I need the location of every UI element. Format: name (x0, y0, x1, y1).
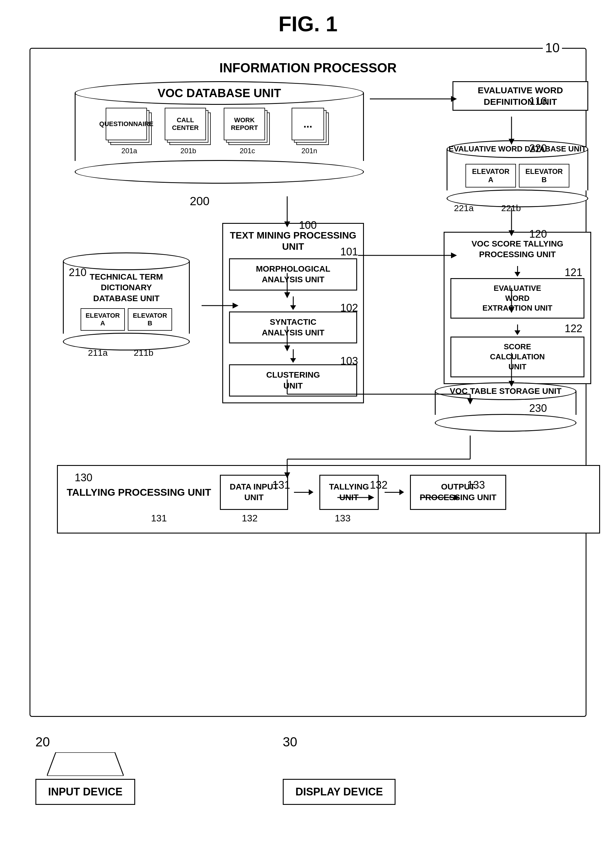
tech-term-db-label: TECHNICAL TERMDICTIONARYDATABASE UNIT (70, 272, 183, 304)
voc-database-unit: VOC DATABASE UNIT QUESTIONNAIRE 201a (74, 81, 364, 183)
tallying-processing-label: TALLYING PROCESSING UNIT (67, 487, 211, 498)
tallying-unit-132-label: 132 (228, 513, 272, 524)
output-processing-unit: OUTPUTPROCESSING UNIT (410, 475, 506, 510)
page: FIG. 1 10 INFORMATION PROCESSOR (0, 0, 616, 858)
clustering-unit: CLUSTERINGUNIT (229, 364, 357, 396)
info-processor-label: INFORMATION PROCESSOR (219, 61, 397, 75)
eval-word-db-unit: EVALUATIVE WORD DATABASE UNIT ELEVATORA … (447, 140, 588, 207)
input-device-num: 20 (36, 735, 50, 749)
input-device-shape (47, 752, 124, 776)
eval-db-elevator-a: ELEVATORA (465, 164, 516, 188)
display-device-label: DISPLAY DEVICE (295, 786, 383, 798)
input-device-box: INPUT DEVICE (36, 779, 135, 805)
display-device-box: DISPLAY DEVICE (283, 779, 396, 805)
doc-call-center-label: 201b (165, 147, 212, 155)
doc-ellipsis: ... 201n (292, 108, 333, 152)
eval-word-def-unit: EVALUATIVE WORD DEFINITION UNIT (453, 81, 588, 111)
voc-score-tallying-unit: VOC SCORE TALLYING PROCESSING UNIT EVALU… (444, 232, 591, 384)
tech-term-elevator-b: ELEVATORB (128, 308, 172, 331)
voc-table-label: VOC TABLE STORAGE UNIT (450, 387, 562, 396)
eval-word-db-label: EVALUATIVE WORD DATABASE UNIT (448, 145, 586, 154)
voc-score-label: VOC SCORE TALLYING PROCESSING UNIT (450, 239, 584, 260)
score-calculation-unit: SCORECALCULATIONUNIT (450, 337, 584, 377)
syntactic-analysis-unit: SYNTACTICANALYSIS UNIT (229, 311, 357, 344)
text-mining-title: TEXT MINING PROCESSING UNIT (229, 230, 357, 252)
doc-questionnaire-label: 201a (106, 147, 153, 155)
eval-db-elevator-b: ELEVATORB (519, 164, 569, 188)
tallying-unit-131-label: 131 (135, 513, 183, 524)
label-10: 10 (543, 40, 562, 55)
doc-call-center: CALL CENTER 201b (165, 108, 215, 152)
doc-questionnaire: QUESTIONNAIRE 201a (106, 108, 156, 152)
display-device-num: 30 (283, 735, 297, 749)
display-device-section: 30 DISPLAY DEVICE (283, 735, 396, 805)
voc-db-label: VOC DATABASE UNIT (158, 87, 281, 100)
tech-term-elevator-a: ELEVATORA (81, 308, 125, 331)
data-input-unit: DATA INPUTUNIT (220, 475, 288, 510)
morphological-analysis-unit: MORPHOLOGICALANALYSIS UNIT (229, 258, 357, 291)
eval-word-def-label: EVALUATIVE WORD DEFINITION UNIT (456, 84, 584, 107)
svg-marker-52 (47, 752, 124, 776)
doc-work-report: WORK REPORT 201c (224, 108, 283, 152)
text-mining-unit: TEXT MINING PROCESSING UNIT MORPHOLOGICA… (222, 223, 364, 403)
doc-work-report-label: 201c (224, 147, 271, 155)
diagram: 200 100 101 102 103 110 220 221a 221b 12… (45, 81, 606, 701)
voc-table-storage-unit: VOC TABLE STORAGE UNIT (435, 382, 576, 432)
fig-title: FIG. 1 (12, 12, 604, 36)
tech-term-db-unit: TECHNICAL TERMDICTIONARYDATABASE UNIT EL… (63, 252, 190, 350)
tallying-unit: TALLYINGUNIT (320, 475, 379, 510)
input-device-label: INPUT DEVICE (48, 786, 123, 798)
svg-text:200: 200 (190, 194, 209, 208)
tallying-processing-unit: TALLYING PROCESSING UNIT DATA INPUTUNIT … (57, 465, 600, 533)
tallying-unit-133-label: 133 (313, 513, 372, 524)
doc-ellipsis-label: 201n (292, 147, 327, 155)
eval-word-extraction-unit: EVALUATIVEWORDEXTRACTION UNIT (450, 278, 584, 319)
input-device-section: 20 INPUT DEVICE (36, 735, 135, 805)
